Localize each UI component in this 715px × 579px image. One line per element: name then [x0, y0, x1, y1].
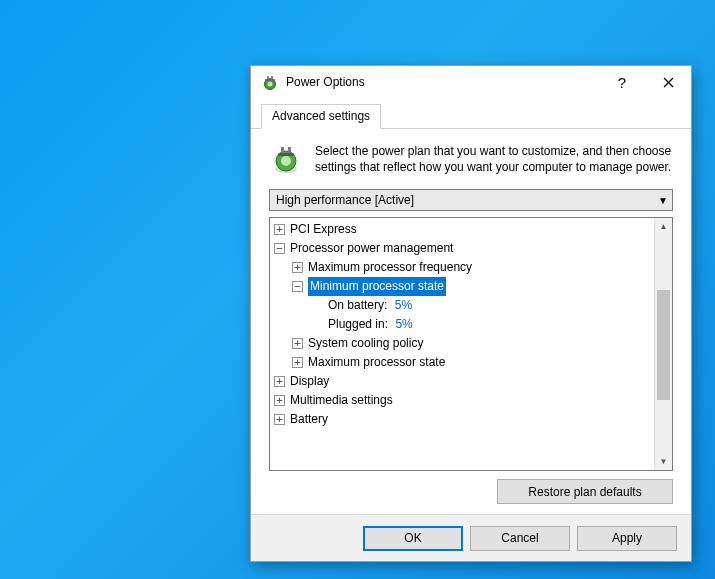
ok-button[interactable]: OK	[363, 526, 463, 551]
svg-point-9	[281, 156, 291, 166]
tree-node-min-processor-state[interactable]: − Minimum processor state On battery: 5%…	[292, 277, 654, 334]
scroll-down-icon[interactable]: ▼	[655, 453, 672, 470]
expand-icon[interactable]: +	[274, 224, 285, 235]
power-options-icon	[261, 73, 279, 91]
power-plan-current: High performance [Active]	[276, 193, 658, 207]
expand-icon[interactable]: +	[274, 395, 285, 406]
tree-leaf-plugged-in[interactable]: Plugged in: 5%	[310, 315, 654, 334]
intro-text: Select the power plan that you want to c…	[315, 143, 673, 177]
window-title: Power Options	[286, 75, 365, 89]
chevron-down-icon: ▼	[658, 195, 668, 206]
tree-node-processor-power-management[interactable]: − Processor power management + Maximum p…	[274, 239, 654, 372]
tab-strip: Advanced settings	[251, 98, 691, 129]
svg-point-4	[268, 82, 273, 87]
apply-button[interactable]: Apply	[577, 526, 677, 551]
expand-icon[interactable]: +	[292, 338, 303, 349]
tree-leaf-label: On battery:	[328, 298, 387, 312]
vertical-scrollbar[interactable]: ▲ ▼	[654, 218, 672, 470]
intro-row: Select the power plan that you want to c…	[269, 143, 673, 177]
scroll-track[interactable]	[655, 235, 672, 453]
scroll-up-icon[interactable]: ▲	[655, 218, 672, 235]
tree-label: System cooling policy	[308, 334, 423, 353]
collapse-icon[interactable]: −	[274, 243, 285, 254]
power-plan-icon	[269, 143, 303, 177]
power-options-dialog: Power Options ? Advanced settings	[250, 65, 692, 562]
tree-node-display[interactable]: + Display	[274, 372, 654, 391]
settings-tree-container: + PCI Express − Processor power manageme…	[269, 217, 673, 471]
tree-node-system-cooling-policy[interactable]: + System cooling policy	[292, 334, 654, 353]
dialog-body: Select the power plan that you want to c…	[251, 129, 691, 514]
tree-leaf-label: Plugged in:	[328, 317, 388, 331]
tree-node-pci-express[interactable]: + PCI Express	[274, 220, 654, 239]
tree-label: Maximum processor frequency	[308, 258, 472, 277]
tree-leaf-on-battery[interactable]: On battery: 5%	[310, 296, 654, 315]
power-plan-select[interactable]: High performance [Active] ▼	[269, 189, 673, 211]
close-button[interactable]	[645, 66, 691, 98]
settings-tree[interactable]: + PCI Express − Processor power manageme…	[270, 218, 654, 470]
tree-leaf-value[interactable]: 5%	[395, 317, 412, 331]
tree-label: Processor power management	[290, 239, 453, 258]
tree-leaf-value[interactable]: 5%	[395, 298, 412, 312]
tree-node-multimedia-settings[interactable]: + Multimedia settings	[274, 391, 654, 410]
tab-advanced-settings[interactable]: Advanced settings	[261, 104, 381, 129]
expand-icon[interactable]: +	[292, 357, 303, 368]
svg-rect-12	[278, 153, 294, 156]
svg-rect-3	[265, 79, 275, 81]
tree-label-selected: Minimum processor state	[308, 277, 446, 296]
tree-label: Maximum processor state	[308, 353, 445, 372]
titlebar[interactable]: Power Options ?	[251, 66, 691, 98]
collapse-icon[interactable]: −	[292, 281, 303, 292]
expand-icon[interactable]: +	[274, 376, 285, 387]
tree-node-max-processor-state[interactable]: + Maximum processor state	[292, 353, 654, 372]
close-icon	[663, 77, 674, 88]
tree-node-battery[interactable]: + Battery	[274, 410, 654, 429]
expand-icon[interactable]: +	[292, 262, 303, 273]
tree-label: Battery	[290, 410, 328, 429]
tree-node-max-processor-frequency[interactable]: + Maximum processor frequency	[292, 258, 654, 277]
dialog-footer: OK Cancel Apply	[251, 514, 691, 561]
cancel-button[interactable]: Cancel	[470, 526, 570, 551]
tree-label: Multimedia settings	[290, 391, 393, 410]
tree-label: Display	[290, 372, 329, 391]
help-button[interactable]: ?	[599, 66, 645, 98]
tree-label: PCI Express	[290, 220, 357, 239]
restore-plan-defaults-button[interactable]: Restore plan defaults	[497, 479, 673, 504]
expand-icon[interactable]: +	[274, 414, 285, 425]
scroll-thumb[interactable]	[657, 290, 670, 400]
